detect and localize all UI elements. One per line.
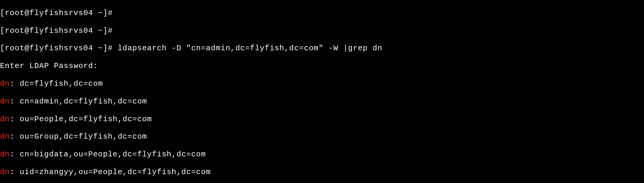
dn-label: dn [0,132,10,141]
command-line: [root@flyfishsrvs04 ~]# ldapsearch -D "c… [0,44,644,53]
dn-value: : cn=admin,dc=flyfish,dc=com [10,97,147,106]
dn-entry: dn: ou=Group,dc=flyfish,dc=com [0,132,644,141]
dn-value: : ou=Group,dc=flyfish,dc=com [10,132,147,141]
terminal-output[interactable]: [root@flyfishsrvs04 ~]# [root@flyfishsrv… [0,0,644,183]
password-prompt: Enter LDAP Password: [0,62,644,71]
dn-value: : uid=zhangyy,ou=People,dc=flyfish,dc=co… [10,168,211,176]
dn-label: dn [0,79,10,88]
dn-entry: dn: dc=flyfish,dc=com [0,80,644,88]
dn-entry: dn: ou=People,dc=flyfish,dc=com [0,115,644,124]
dn-entry: dn: cn=admin,dc=flyfish,dc=com [0,97,644,106]
dn-value: : cn=bigdata,ou=People,dc=flyfish,dc=com [10,150,206,159]
dn-entry: dn: uid=zhangyy,ou=People,dc=flyfish,dc=… [0,168,644,177]
dn-value: : dc=flyfish,dc=com [10,79,103,88]
dn-entry: dn: cn=bigdata,ou=People,dc=flyfish,dc=c… [0,150,644,159]
dn-value: : ou=People,dc=flyfish,dc=com [10,115,152,124]
dn-label: dn [0,115,10,124]
prompt-line: [root@flyfishsrvs04 ~]# [0,27,644,35]
prompt-line: [root@flyfishsrvs04 ~]# [0,9,644,18]
dn-label: dn [0,150,10,159]
dn-label: dn [0,168,10,176]
dn-label: dn [0,97,10,106]
